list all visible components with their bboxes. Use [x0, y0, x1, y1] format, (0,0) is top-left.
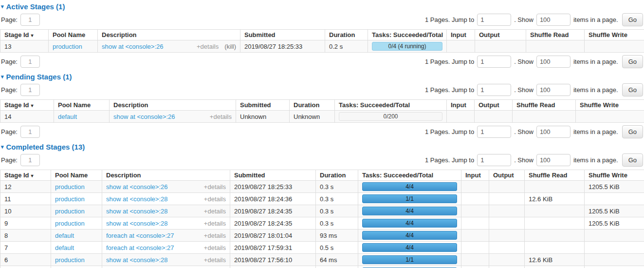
jump-to-page-input[interactable] [477, 154, 511, 166]
column-header-stage-id[interactable]: Stage Id▾ [0, 100, 54, 111]
items-per-page-input[interactable] [536, 84, 570, 96]
pool-name-link[interactable]: production [55, 195, 85, 203]
pool-name-link[interactable]: production [53, 43, 82, 50]
pool-name-link[interactable]: production [55, 256, 85, 264]
go-button[interactable]: Go [622, 13, 643, 26]
stage-description-link[interactable]: show at <console>:28 [106, 220, 167, 227]
details-toggle[interactable]: +details [204, 244, 226, 251]
column-header-shuffle-read[interactable]: Shuffle Read [525, 170, 585, 181]
jump-to-page-input[interactable] [477, 126, 511, 138]
shuffle-read-cell: 12.6 KiB [525, 193, 585, 205]
column-header-shuffle-write[interactable]: Shuffle Write [585, 30, 644, 40]
stage-description-link[interactable]: foreach at <console>:27 [106, 244, 174, 251]
pool-name-link[interactable]: default [55, 232, 74, 239]
items-per-page-input[interactable] [536, 14, 570, 26]
go-button[interactable]: Go [622, 83, 643, 96]
pool-name-link[interactable]: default [58, 113, 77, 120]
jump-to-page-input[interactable] [477, 14, 511, 26]
kill-link[interactable]: (kill) [224, 43, 236, 50]
stage-id-cell: 12 [0, 181, 51, 193]
column-header-submitted[interactable]: Submitted [236, 100, 290, 111]
tasks-progress-bar: 1/1 [362, 255, 457, 264]
column-header-output[interactable]: Output [475, 100, 513, 111]
items-per-page-input[interactable] [536, 126, 570, 138]
column-header-pool-name[interactable]: Pool Name [51, 170, 102, 181]
column-header-shuffle-read[interactable]: Shuffle Read [526, 30, 585, 40]
pagination-row-completed-top: Page:1 Pages. Jump to. Showitems in a pa… [0, 151, 644, 169]
details-toggle[interactable]: +details [210, 113, 232, 120]
description-content: show at <console>:28+details [106, 195, 226, 203]
section-heading-completed-stages[interactable]: ▾Completed Stages (13) [1, 143, 644, 151]
details-toggle[interactable]: +details [204, 220, 226, 227]
go-button[interactable]: Go [622, 55, 643, 68]
stage-description-link[interactable]: foreach at <console>:27 [106, 232, 174, 239]
section-heading-active-stages[interactable]: ▾Active Stages (1) [1, 2, 644, 11]
column-header-tasks-succeeded-total[interactable]: Tasks: Succeeded/Total [358, 170, 461, 181]
column-header-shuffle-write[interactable]: Shuffle Write [576, 100, 644, 111]
stage-description-link[interactable]: show at <console>:26 [102, 43, 163, 50]
column-header-tasks-succeeded-total[interactable]: Tasks: Succeeded/Total [335, 100, 447, 111]
jump-to-page-input[interactable] [477, 84, 511, 96]
details-toggle[interactable]: +details [197, 43, 219, 50]
page-number-input[interactable] [20, 56, 40, 68]
jump-to-page-input[interactable] [477, 56, 511, 68]
output-cell [489, 193, 525, 205]
details-toggle[interactable]: +details [204, 183, 226, 191]
items-per-page-input[interactable] [536, 56, 570, 68]
pool-name-link[interactable]: default [55, 244, 74, 251]
output-cell [489, 230, 525, 242]
column-header-pool-name[interactable]: Pool Name [54, 100, 110, 111]
page-number-input[interactable] [20, 14, 40, 26]
column-header-input[interactable]: Input [447, 100, 475, 111]
column-header-submitted[interactable]: Submitted [240, 30, 325, 40]
column-header-shuffle-write[interactable]: Shuffle Write [585, 170, 644, 181]
stage-description-link[interactable]: show at <console>:28 [106, 208, 167, 215]
column-header-stage-id[interactable]: Stage Id▾ [0, 170, 51, 181]
pool-name-link[interactable]: production [55, 220, 85, 227]
tasks-progress-cell: 0/200 [335, 111, 447, 123]
shuffle-read-cell [525, 242, 585, 254]
stage-description-link[interactable]: show at <console>:28 [106, 195, 167, 203]
stage-description-link[interactable]: show at <console>:26 [113, 113, 175, 120]
pagination-controls: 1 Pages. Jump to. Showitems in a page.Go [422, 55, 643, 68]
pool-name-link[interactable]: production [55, 183, 85, 191]
column-header-stage-id[interactable]: Stage Id▾ [0, 30, 49, 40]
table-row: 9productionshow at <console>:28+details2… [0, 217, 644, 230]
stage-description-link[interactable]: show at <console>:26 [106, 183, 167, 191]
details-toggle[interactable]: +details [204, 232, 226, 239]
column-header-duration[interactable]: Duration [325, 30, 368, 40]
section-heading-pending-stages[interactable]: ▾Pending Stages (1) [1, 73, 644, 81]
column-header-description[interactable]: Description [98, 30, 240, 40]
column-header-submitted[interactable]: Submitted [230, 170, 316, 181]
page-number-input[interactable] [20, 154, 40, 166]
details-toggle[interactable]: +details [204, 256, 226, 264]
column-header-tasks-succeeded-total[interactable]: Tasks: Succeeded/Total [368, 30, 447, 40]
details-toggle[interactable]: +details [204, 208, 226, 215]
page-number-input[interactable] [20, 126, 40, 138]
column-header-description[interactable]: Description [102, 170, 230, 181]
details-toggle[interactable]: +details [204, 195, 226, 203]
column-header-duration[interactable]: Duration [290, 100, 335, 111]
column-header-pool-name[interactable]: Pool Name [49, 30, 98, 40]
shuffle-read-cell [525, 230, 585, 242]
go-button[interactable]: Go [622, 125, 643, 138]
page-number-input[interactable] [20, 84, 40, 96]
submitted-cell: 2019/08/27 18:25:33 [240, 40, 325, 53]
go-button[interactable]: Go [622, 153, 643, 167]
column-header-shuffle-read[interactable]: Shuffle Read [513, 100, 576, 111]
pool-name-link[interactable]: production [55, 208, 85, 215]
column-header-output[interactable]: Output [489, 170, 525, 181]
column-header-output[interactable]: Output [475, 30, 526, 40]
column-header-description[interactable]: Description [110, 100, 236, 111]
input-cell [461, 181, 489, 193]
tasks-progress-bar: 4/4 [362, 207, 457, 215]
completed-stages-table: Stage Id▾Pool NameDescriptionSubmittedDu… [0, 170, 644, 268]
column-header-input[interactable]: Input [447, 30, 475, 40]
items-per-page-input[interactable] [536, 154, 570, 166]
column-header-duration[interactable]: Duration [316, 170, 358, 181]
stage-description-link[interactable]: show at <console>:28 [106, 256, 167, 264]
section-title-text: Completed Stages (13) [6, 143, 85, 151]
section-title-text: Active Stages (1) [6, 2, 65, 11]
description-cell: show at <console>:28+details [102, 266, 230, 268]
column-header-input[interactable]: Input [461, 170, 489, 181]
